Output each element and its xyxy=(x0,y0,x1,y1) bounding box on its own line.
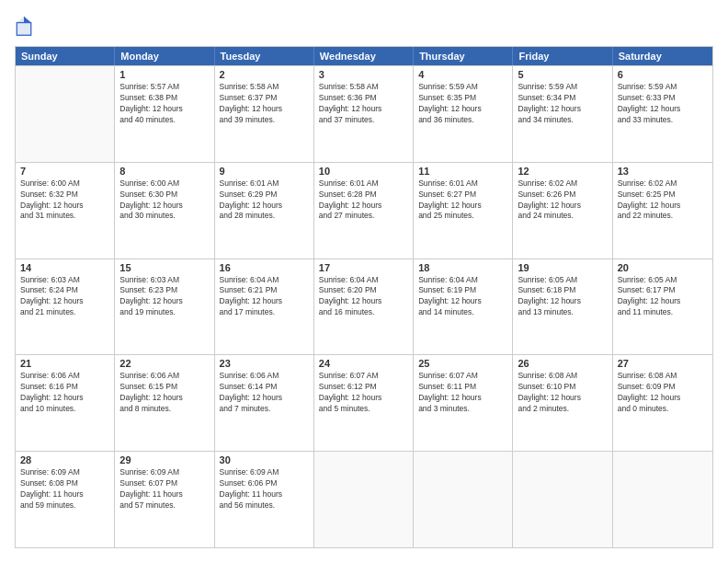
day-info: Sunrise: 6:09 AM Sunset: 6:06 PM Dayligh… xyxy=(220,467,309,511)
calendar-row-1: 1Sunrise: 5:57 AM Sunset: 6:38 PM Daylig… xyxy=(16,65,712,162)
day-cell-27: 27Sunrise: 6:08 AM Sunset: 6:09 PM Dayli… xyxy=(613,355,712,451)
day-cell-9: 9Sunrise: 6:01 AM Sunset: 6:29 PM Daylig… xyxy=(215,163,314,259)
day-number: 22 xyxy=(119,358,209,369)
day-number: 1 xyxy=(119,69,209,80)
day-number: 5 xyxy=(518,69,607,80)
day-cell-28: 28Sunrise: 6:09 AM Sunset: 6:08 PM Dayli… xyxy=(16,452,115,547)
day-info: Sunrise: 6:05 AM Sunset: 6:17 PM Dayligh… xyxy=(618,275,708,319)
day-cell-23: 23Sunrise: 6:06 AM Sunset: 6:14 PM Dayli… xyxy=(215,355,314,451)
day-cell-8: 8Sunrise: 6:00 AM Sunset: 6:30 PM Daylig… xyxy=(115,163,214,259)
day-number: 16 xyxy=(220,262,309,273)
calendar-row-5: 28Sunrise: 6:09 AM Sunset: 6:08 PM Dayli… xyxy=(16,451,712,547)
day-number: 10 xyxy=(319,166,408,177)
day-info: Sunrise: 6:07 AM Sunset: 6:11 PM Dayligh… xyxy=(418,371,507,415)
day-cell-3: 3Sunrise: 5:58 AM Sunset: 6:36 PM Daylig… xyxy=(314,66,414,162)
header-day-friday: Friday xyxy=(513,47,612,65)
header-day-wednesday: Wednesday xyxy=(314,47,414,65)
day-cell-16: 16Sunrise: 6:04 AM Sunset: 6:21 PM Dayli… xyxy=(215,259,314,355)
day-info: Sunrise: 6:09 AM Sunset: 6:08 PM Dayligh… xyxy=(20,467,109,511)
day-number: 30 xyxy=(220,454,309,465)
day-cell-12: 12Sunrise: 6:02 AM Sunset: 6:26 PM Dayli… xyxy=(513,163,612,259)
day-info: Sunrise: 6:00 AM Sunset: 6:30 PM Dayligh… xyxy=(119,178,209,223)
header-day-sunday: Sunday xyxy=(16,47,115,65)
day-number: 19 xyxy=(518,262,607,273)
day-cell-10: 10Sunrise: 6:01 AM Sunset: 6:28 PM Dayli… xyxy=(314,163,414,259)
day-number: 12 xyxy=(518,166,607,177)
day-info: Sunrise: 6:06 AM Sunset: 6:15 PM Dayligh… xyxy=(119,371,209,415)
svg-marker-1 xyxy=(24,17,31,23)
day-number: 15 xyxy=(119,262,209,273)
day-number: 9 xyxy=(220,166,309,177)
header-day-tuesday: Tuesday xyxy=(215,47,314,65)
day-number: 23 xyxy=(220,358,309,369)
day-number: 29 xyxy=(119,454,209,465)
day-cell-17: 17Sunrise: 6:04 AM Sunset: 6:20 PM Dayli… xyxy=(314,259,414,355)
day-number: 20 xyxy=(618,262,708,273)
logo-icon xyxy=(15,15,33,37)
day-cell-26: 26Sunrise: 6:08 AM Sunset: 6:10 PM Dayli… xyxy=(513,355,612,451)
day-number: 3 xyxy=(319,69,408,80)
calendar-header: SundayMondayTuesdayWednesdayThursdayFrid… xyxy=(16,47,712,65)
day-cell-22: 22Sunrise: 6:06 AM Sunset: 6:15 PM Dayli… xyxy=(115,355,214,451)
day-info: Sunrise: 6:00 AM Sunset: 6:32 PM Dayligh… xyxy=(20,178,109,223)
day-number: 17 xyxy=(319,262,408,273)
calendar: SundayMondayTuesdayWednesdayThursdayFrid… xyxy=(15,46,713,548)
day-cell-29: 29Sunrise: 6:09 AM Sunset: 6:07 PM Dayli… xyxy=(115,452,214,547)
header-day-thursday: Thursday xyxy=(414,47,513,65)
day-number: 13 xyxy=(618,166,708,177)
day-info: Sunrise: 6:01 AM Sunset: 6:28 PM Dayligh… xyxy=(319,178,408,223)
header-day-saturday: Saturday xyxy=(613,47,712,65)
day-number: 27 xyxy=(618,358,708,369)
day-info: Sunrise: 6:07 AM Sunset: 6:12 PM Dayligh… xyxy=(319,371,408,415)
day-info: Sunrise: 5:58 AM Sunset: 6:37 PM Dayligh… xyxy=(220,82,309,126)
day-info: Sunrise: 6:02 AM Sunset: 6:25 PM Dayligh… xyxy=(618,178,708,223)
day-cell-1: 1Sunrise: 5:57 AM Sunset: 6:38 PM Daylig… xyxy=(115,66,214,162)
day-cell-7: 7Sunrise: 6:00 AM Sunset: 6:32 PM Daylig… xyxy=(16,163,115,259)
day-number: 21 xyxy=(20,358,109,369)
day-cell-15: 15Sunrise: 6:03 AM Sunset: 6:23 PM Dayli… xyxy=(115,259,214,355)
day-number: 18 xyxy=(418,262,507,273)
day-cell-14: 14Sunrise: 6:03 AM Sunset: 6:24 PM Dayli… xyxy=(16,259,115,355)
header-day-monday: Monday xyxy=(115,47,214,65)
empty-cell xyxy=(513,452,612,547)
logo xyxy=(15,15,37,37)
day-info: Sunrise: 6:01 AM Sunset: 6:27 PM Dayligh… xyxy=(418,178,507,223)
day-info: Sunrise: 6:03 AM Sunset: 6:23 PM Dayligh… xyxy=(119,275,209,319)
day-info: Sunrise: 5:59 AM Sunset: 6:34 PM Dayligh… xyxy=(518,82,607,126)
day-number: 28 xyxy=(20,454,109,465)
day-number: 4 xyxy=(418,69,507,80)
day-info: Sunrise: 6:08 AM Sunset: 6:09 PM Dayligh… xyxy=(618,371,708,415)
day-number: 2 xyxy=(220,69,309,80)
day-cell-20: 20Sunrise: 6:05 AM Sunset: 6:17 PM Dayli… xyxy=(613,259,712,355)
day-info: Sunrise: 5:57 AM Sunset: 6:38 PM Dayligh… xyxy=(119,82,209,126)
day-cell-21: 21Sunrise: 6:06 AM Sunset: 6:16 PM Dayli… xyxy=(16,355,115,451)
calendar-body: 1Sunrise: 5:57 AM Sunset: 6:38 PM Daylig… xyxy=(16,65,712,547)
day-number: 24 xyxy=(319,358,408,369)
day-cell-25: 25Sunrise: 6:07 AM Sunset: 6:11 PM Dayli… xyxy=(414,355,513,451)
day-cell-5: 5Sunrise: 5:59 AM Sunset: 6:34 PM Daylig… xyxy=(513,66,612,162)
day-info: Sunrise: 6:03 AM Sunset: 6:24 PM Dayligh… xyxy=(20,275,109,319)
calendar-row-4: 21Sunrise: 6:06 AM Sunset: 6:16 PM Dayli… xyxy=(16,354,712,451)
day-info: Sunrise: 6:04 AM Sunset: 6:20 PM Dayligh… xyxy=(319,275,408,319)
day-info: Sunrise: 6:02 AM Sunset: 6:26 PM Dayligh… xyxy=(518,178,607,223)
empty-cell xyxy=(314,452,414,547)
day-info: Sunrise: 6:06 AM Sunset: 6:14 PM Dayligh… xyxy=(220,371,309,415)
day-info: Sunrise: 6:09 AM Sunset: 6:07 PM Dayligh… xyxy=(119,467,209,511)
day-info: Sunrise: 5:59 AM Sunset: 6:33 PM Dayligh… xyxy=(618,82,708,126)
day-cell-11: 11Sunrise: 6:01 AM Sunset: 6:27 PM Dayli… xyxy=(414,163,513,259)
day-cell-18: 18Sunrise: 6:04 AM Sunset: 6:19 PM Dayli… xyxy=(414,259,513,355)
calendar-row-2: 7Sunrise: 6:00 AM Sunset: 6:32 PM Daylig… xyxy=(16,162,712,259)
page-header xyxy=(15,15,713,37)
day-cell-13: 13Sunrise: 6:02 AM Sunset: 6:25 PM Dayli… xyxy=(613,163,712,259)
day-info: Sunrise: 6:04 AM Sunset: 6:19 PM Dayligh… xyxy=(418,275,507,319)
day-cell-30: 30Sunrise: 6:09 AM Sunset: 6:06 PM Dayli… xyxy=(215,452,314,547)
day-number: 8 xyxy=(119,166,209,177)
day-number: 7 xyxy=(20,166,109,177)
day-info: Sunrise: 5:58 AM Sunset: 6:36 PM Dayligh… xyxy=(319,82,408,126)
day-info: Sunrise: 6:04 AM Sunset: 6:21 PM Dayligh… xyxy=(220,275,309,319)
day-number: 14 xyxy=(20,262,109,273)
day-cell-2: 2Sunrise: 5:58 AM Sunset: 6:37 PM Daylig… xyxy=(215,66,314,162)
day-number: 6 xyxy=(618,69,708,80)
day-cell-19: 19Sunrise: 6:05 AM Sunset: 6:18 PM Dayli… xyxy=(513,259,612,355)
day-info: Sunrise: 6:08 AM Sunset: 6:10 PM Dayligh… xyxy=(518,371,607,415)
